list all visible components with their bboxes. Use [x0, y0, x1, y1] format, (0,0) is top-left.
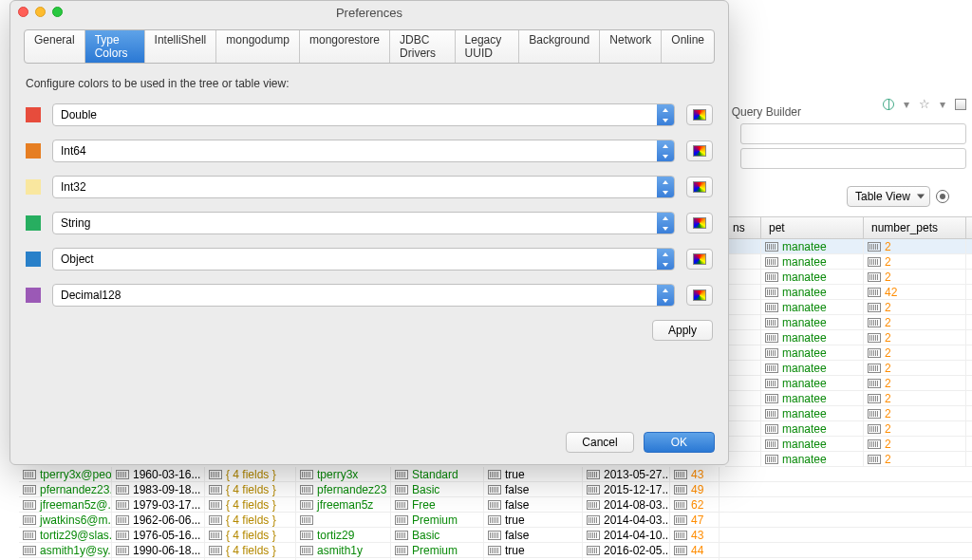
table-row[interactable]: jwatkins6@m...1962-06-06...{ 4 fields }P…: [19, 513, 972, 528]
type-icon: [209, 546, 222, 555]
table-row[interactable]: manatee2: [725, 315, 972, 330]
tab-intellishell[interactable]: IntelliShell: [145, 30, 217, 63]
type-icon: [868, 424, 881, 434]
table-row[interactable]: manatee42: [725, 285, 972, 300]
type-icon: [116, 470, 129, 479]
type-name-input[interactable]: [52, 140, 675, 162]
color-picker-button[interactable]: [686, 285, 713, 306]
tab-network[interactable]: Network: [600, 30, 662, 63]
minimize-icon[interactable]: [35, 7, 46, 17]
apply-button[interactable]: Apply: [652, 320, 713, 341]
table-row[interactable]: tperry3x@peo...1960-03-16...{ 4 fields }…: [19, 467, 972, 482]
type-icon: [209, 485, 222, 495]
stepper-icon[interactable]: [657, 213, 674, 233]
tab-type-colors[interactable]: Type Colors: [85, 30, 145, 63]
type-icon: [868, 242, 881, 252]
color-picker-button[interactable]: [686, 140, 713, 161]
type-icon: [868, 379, 881, 388]
table-row[interactable]: manatee2: [725, 300, 972, 315]
type-color-rows: [26, 103, 713, 307]
type-name-input[interactable]: [52, 212, 675, 234]
type-icon: [587, 470, 600, 479]
stepper-icon[interactable]: [657, 140, 674, 161]
table-row[interactable]: manatee2: [725, 239, 972, 254]
table-cell: 1976-05-16...: [112, 528, 205, 542]
type-icon: [23, 546, 36, 555]
table-row[interactable]: pfernandez23...1983-09-18...{ 4 fields }…: [19, 482, 972, 497]
table-cell: pfernandez23: [296, 482, 391, 496]
zoom-icon[interactable]: [52, 7, 63, 17]
star-icon: ☆: [919, 97, 930, 111]
table-row[interactable]: manatee2: [725, 391, 972, 406]
table-cell: Premium: [391, 513, 484, 527]
tab-mongodump[interactable]: mongodump: [216, 30, 300, 63]
stepper-icon[interactable]: [657, 285, 674, 306]
type-icon: [488, 546, 501, 555]
type-name-input[interactable]: [52, 176, 675, 198]
query-field[interactable]: [740, 123, 966, 144]
dropdown-caret-icon: ▾: [904, 98, 909, 111]
tab-general[interactable]: General: [25, 30, 85, 63]
cancel-button[interactable]: Cancel: [566, 432, 633, 453]
color-picker-button[interactable]: [686, 177, 713, 197]
type-icon: [587, 500, 600, 510]
col-header-number-pets[interactable]: number_pets: [864, 217, 966, 238]
table-cell: 62: [670, 497, 720, 512]
table-row[interactable]: manatee2: [725, 270, 972, 285]
table-cell: tperry3x@peo...: [19, 467, 112, 481]
filter-field[interactable]: [740, 148, 966, 169]
titlebar: Preferences: [10, 1, 728, 24]
gear-icon[interactable]: [936, 190, 949, 203]
color-picker-button[interactable]: [686, 213, 713, 233]
col-header-ns[interactable]: ns: [725, 217, 761, 238]
close-icon[interactable]: [18, 7, 28, 17]
tab-online[interactable]: Online: [662, 30, 714, 63]
table-row[interactable]: manatee2: [725, 406, 972, 421]
table-row[interactable]: manatee2: [725, 452, 972, 467]
color-picker-button[interactable]: [686, 249, 713, 270]
stepper-icon[interactable]: [657, 249, 674, 270]
tab-jdbc-drivers[interactable]: JDBC Drivers: [390, 30, 456, 63]
table-row[interactable]: manatee2: [725, 421, 972, 437]
tab-background[interactable]: Background: [519, 30, 600, 63]
type-name-input[interactable]: [52, 284, 675, 307]
type-icon: [868, 455, 881, 464]
type-icon: [209, 531, 222, 540]
table-cell: 49: [670, 482, 720, 496]
type-icon: [116, 546, 129, 555]
tab-legacy-uuid[interactable]: Legacy UUID: [456, 30, 520, 63]
color-picker-button[interactable]: [686, 104, 713, 125]
color-wheel-icon: [693, 181, 706, 193]
table-row[interactable]: tortiz29@slas...1976-05-16...{ 4 fields …: [19, 528, 972, 543]
type-icon: [868, 318, 881, 327]
type-name-input[interactable]: [52, 248, 675, 271]
table-row[interactable]: asmith1y@sy...1990-06-18...{ 4 fields }a…: [19, 543, 972, 558]
table-row[interactable]: manatee2: [725, 361, 972, 376]
ok-button[interactable]: OK: [644, 432, 715, 453]
type-icon: [868, 333, 881, 343]
table-row[interactable]: manatee2: [725, 345, 972, 361]
type-icon: [868, 303, 881, 312]
view-mode-select[interactable]: Table View: [847, 186, 930, 207]
type-name-input[interactable]: [52, 103, 675, 126]
table-cell: 2015-12-17...: [583, 482, 670, 496]
table-row[interactable]: manatee2: [725, 330, 972, 345]
stepper-icon[interactable]: [657, 177, 674, 197]
type-icon: [765, 409, 778, 419]
type-icon: [765, 272, 778, 282]
table-cell: jfreeman5z@...: [19, 497, 112, 512]
tab-mongorestore[interactable]: mongorestore: [300, 30, 390, 63]
stepper-icon[interactable]: [657, 104, 674, 125]
preferences-dialog: Preferences GeneralType ColorsIntelliShe…: [9, 0, 729, 465]
table-row[interactable]: manatee2: [725, 254, 972, 270]
table-cell: true: [484, 513, 583, 527]
table-row[interactable]: manatee2: [725, 376, 972, 391]
type-icon: [23, 500, 36, 510]
type-icon: [116, 500, 129, 510]
type-icon: [488, 531, 501, 540]
col-header-pet[interactable]: pet: [761, 217, 864, 238]
type-icon: [395, 531, 408, 540]
table-row[interactable]: manatee2: [725, 437, 972, 452]
table-row[interactable]: jfreeman5z@...1979-03-17...{ 4 fields }j…: [19, 497, 972, 513]
table-cell: 47: [670, 513, 720, 527]
